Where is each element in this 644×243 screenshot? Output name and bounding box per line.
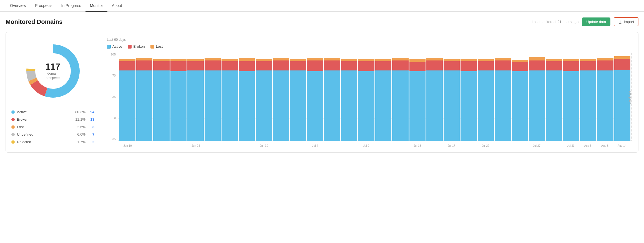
bar-lost bbox=[546, 59, 562, 61]
bar-lost bbox=[580, 59, 597, 61]
x-label: Jul 27 bbox=[528, 144, 545, 147]
bar-group bbox=[546, 53, 562, 141]
bar-active bbox=[546, 70, 562, 141]
nav-overview[interactable]: Overview bbox=[6, 0, 31, 12]
chart-legend-broken: Broken bbox=[128, 44, 145, 49]
lost-count: 3 bbox=[90, 125, 94, 129]
x-label: Jul 31 bbox=[562, 144, 579, 147]
bar-lost bbox=[444, 59, 460, 61]
y-label-105: 105 bbox=[111, 53, 116, 56]
chart-lost-label: Lost bbox=[156, 44, 163, 49]
bar-lost bbox=[187, 59, 204, 61]
bar-lost bbox=[341, 59, 358, 61]
chart-legend-active: Active bbox=[107, 44, 122, 49]
bar-active bbox=[392, 70, 409, 141]
bar-broken bbox=[153, 61, 170, 70]
x-label: Aug 5 bbox=[579, 144, 596, 147]
bar-lost bbox=[597, 58, 613, 60]
bar-group bbox=[392, 53, 409, 141]
main-card: 117 domainprospects Active 80.3% 94 Brok… bbox=[6, 32, 638, 153]
bar-broken bbox=[136, 60, 153, 70]
bar-broken bbox=[324, 60, 340, 70]
lost-pct: 2.6% bbox=[74, 125, 85, 129]
donut-center: 117 domainprospects bbox=[46, 62, 60, 80]
bar-group bbox=[205, 53, 221, 141]
chart-period: Last 60 days bbox=[107, 38, 632, 42]
bar-lost bbox=[392, 58, 409, 60]
last-monitored-text: Last monitored: 21 hours ago bbox=[532, 20, 578, 24]
bar-group bbox=[529, 53, 545, 141]
bar-lost bbox=[375, 59, 392, 61]
right-panel: Last 60 days Active Broken Lost 1 bbox=[100, 32, 638, 152]
x-label: Jul 17 bbox=[443, 144, 460, 147]
bar-group bbox=[375, 53, 392, 141]
bar-active bbox=[426, 70, 443, 141]
rejected-dot bbox=[11, 140, 15, 144]
navigation: Overview Prospects In Progress Monitor A… bbox=[0, 0, 644, 12]
bar-lost bbox=[495, 58, 511, 60]
bar-broken bbox=[495, 60, 511, 70]
nav-in-progress[interactable]: In Progress bbox=[57, 0, 86, 12]
chart-plot: Jun 19Jun 24Jun 30Jul 4Jul 9Jul 13Jul 17… bbox=[118, 53, 632, 147]
bar-group bbox=[290, 53, 306, 141]
bar-group bbox=[426, 53, 443, 141]
bar-lost bbox=[205, 58, 221, 60]
chart-broken-label: Broken bbox=[133, 44, 145, 49]
page-title: Monitored Domains bbox=[6, 18, 62, 26]
bar-group bbox=[222, 53, 238, 141]
rejected-pct: 1.7% bbox=[74, 140, 85, 144]
broken-pct: 11.1% bbox=[74, 117, 85, 122]
bar-group bbox=[512, 53, 528, 141]
bar-group bbox=[444, 53, 460, 141]
bar-broken bbox=[614, 59, 631, 70]
bar-group bbox=[563, 53, 579, 141]
bar-active bbox=[239, 71, 255, 141]
bar-broken bbox=[239, 61, 255, 71]
bar-group bbox=[461, 53, 477, 141]
bar-group bbox=[307, 53, 323, 141]
bar-active bbox=[222, 70, 238, 141]
bar-broken bbox=[461, 61, 477, 71]
bar-group bbox=[495, 53, 511, 141]
bar-active bbox=[512, 71, 528, 141]
bar-lost bbox=[614, 56, 631, 59]
bar-group bbox=[187, 53, 204, 141]
bar-broken bbox=[222, 61, 238, 70]
nav-monitor[interactable]: Monitor bbox=[85, 0, 107, 12]
undefined-pct: 6.0% bbox=[74, 132, 85, 136]
bar-broken bbox=[563, 61, 579, 71]
active-dot bbox=[11, 110, 15, 114]
bar-active bbox=[580, 70, 597, 141]
bar-broken bbox=[597, 60, 613, 70]
nav-about[interactable]: About bbox=[107, 0, 127, 12]
bar-lost bbox=[239, 58, 255, 61]
bar-lost bbox=[290, 59, 306, 61]
nav-prospects[interactable]: Prospects bbox=[31, 0, 57, 12]
bar-group bbox=[119, 53, 135, 141]
bar-active bbox=[119, 70, 135, 141]
bar-active bbox=[307, 71, 323, 141]
import-button[interactable]: Import bbox=[614, 17, 638, 26]
bar-group bbox=[580, 53, 597, 141]
bar-group bbox=[170, 53, 187, 141]
legend: Active 80.3% 94 Broken 11.1% 13 Lost 2.6… bbox=[11, 110, 94, 144]
bar-group bbox=[409, 53, 426, 141]
chart-area: 105 70 35 0 35 Jun 19J bbox=[107, 53, 632, 147]
bar-lost bbox=[256, 59, 272, 61]
chart-legend-lost: Lost bbox=[150, 44, 163, 49]
bar-broken bbox=[307, 60, 323, 71]
bar-broken bbox=[290, 61, 306, 70]
bar-group bbox=[478, 53, 494, 141]
bar-lost bbox=[529, 57, 545, 60]
bar-broken bbox=[392, 60, 409, 70]
bar-group bbox=[358, 53, 374, 141]
bar-active bbox=[444, 70, 460, 141]
update-data-button[interactable]: Update data bbox=[582, 17, 610, 26]
active-count: 94 bbox=[90, 110, 94, 114]
bar-lost bbox=[409, 59, 426, 62]
undefined-count: 7 bbox=[90, 132, 94, 136]
y-label-70: 70 bbox=[112, 74, 116, 77]
bar-active bbox=[205, 70, 221, 141]
x-axis: Jun 19Jun 24Jun 30Jul 4Jul 9Jul 13Jul 17… bbox=[118, 141, 632, 147]
bar-lost bbox=[461, 59, 477, 61]
